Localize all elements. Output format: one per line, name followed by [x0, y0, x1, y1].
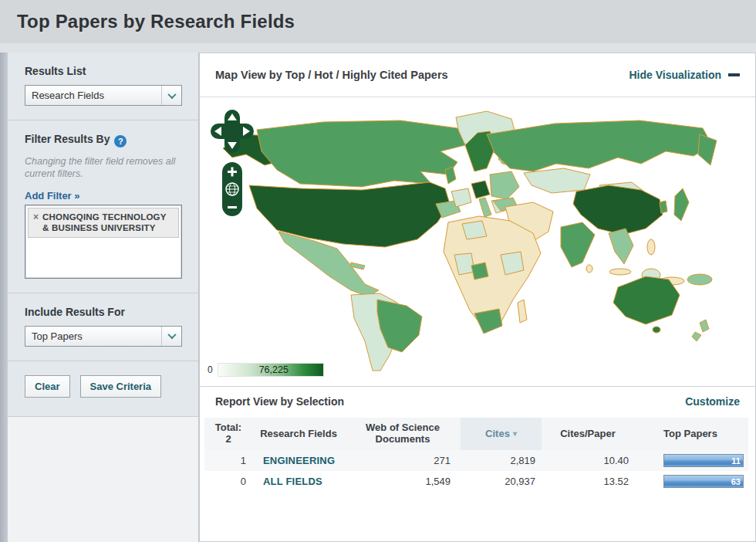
sidebar: Results List Research Fields Filter Resu… [8, 53, 199, 542]
sidebar-buttons-section: Clear Save Criteria [8, 361, 198, 417]
sort-descending-icon: ▾ [513, 429, 517, 439]
table-row: 0 ALL FIELDS 1,549 20,937 13.52 63 [204, 471, 748, 492]
customize-link[interactable]: Customize [685, 395, 740, 408]
filter-tag[interactable]: × CHONGQING TECHNOLOGY & BUSINESS UNIVER… [28, 208, 179, 239]
column-header-top-papers: Top Papers [634, 425, 747, 443]
hide-visualization-link[interactable]: Hide Visualization [629, 69, 740, 81]
add-filter-link[interactable]: Add Filter » [25, 190, 80, 202]
sidebar-filler [8, 417, 198, 542]
map-region: 0 76,225 [200, 97, 755, 386]
filter-tag-label: CHONGQING TECHNOLOGY & BUSINESS UNIVERSI… [42, 212, 174, 234]
country-uk [445, 167, 456, 184]
legend-min-value: 0 [208, 364, 213, 375]
top-papers-value: 63 [731, 477, 743, 486]
report-view-header: Report View by Selection Customize [200, 386, 755, 416]
top-papers-bar: 11 [663, 454, 744, 467]
column-header-research-fields: Research Fields [252, 425, 345, 443]
include-results-selected-value: Top Papers [25, 330, 161, 342]
minus-icon [728, 73, 740, 76]
map-controls [211, 110, 257, 216]
main-panel: Map View by Top / Hot / Highly Cited Pap… [199, 53, 756, 542]
table-row: 1 ENGINEERING 271 2,819 10.40 11 [204, 450, 748, 471]
column-header-wos-documents: Web of Science Documents [345, 419, 461, 449]
clear-button[interactable]: Clear [25, 375, 70, 398]
total-label: Total: [206, 422, 251, 434]
island-new-guinea [687, 274, 712, 285]
country-new-zealand-south [692, 332, 701, 341]
world-map[interactable] [200, 100, 749, 372]
row-rank: 1 [204, 455, 252, 466]
help-icon[interactable]: ? [114, 135, 127, 147]
left-edge-strip [0, 53, 8, 542]
top-papers-bar: 63 [663, 475, 744, 488]
country-usa [249, 182, 450, 247]
cites-value: 20,937 [461, 476, 542, 487]
results-list-section: Results List Research Fields [8, 53, 198, 120]
results-list-select[interactable]: Research Fields [25, 85, 182, 106]
content-area: Results List Research Fields Filter Resu… [0, 53, 756, 542]
cites-per-paper-value: 10.40 [542, 455, 634, 466]
total-value: 2 [206, 434, 251, 445]
include-results-select[interactable]: Top Papers [25, 326, 182, 347]
include-results-section: Include Results For Top Papers [8, 293, 198, 361]
report-table: Total: 2 Research Fields Web of Science … [204, 418, 748, 492]
zoom-control[interactable] [222, 162, 242, 216]
region-eastern-europe [490, 171, 519, 199]
country-philippines [647, 239, 655, 255]
report-table-header: Total: 2 Research Fields Web of Science … [204, 418, 748, 450]
cites-per-paper-value: 13.52 [542, 476, 634, 487]
wos-documents-value: 271 [345, 455, 461, 466]
filter-heading-label: Filter Results By [25, 133, 110, 145]
region-indochina [609, 229, 633, 264]
report-view-title: Report View by Selection [215, 395, 344, 408]
filter-heading: Filter Results By? [25, 133, 183, 147]
pan-control[interactable] [211, 110, 254, 153]
field-link-engineering[interactable]: ENGINEERING [263, 455, 335, 466]
country-new-zealand [700, 320, 709, 332]
row-rank: 0 [204, 476, 252, 487]
column-header-cites[interactable]: Cites ▾ [461, 418, 542, 450]
country-kazakhstan [524, 168, 590, 193]
country-russia [487, 120, 712, 171]
top-papers-value: 11 [731, 456, 743, 466]
country-south-africa [474, 309, 502, 334]
map-view-header: Map View by Top / Hot / Highly Cited Pap… [200, 53, 755, 97]
page-title: Top Papers by Research Fields [17, 11, 295, 32]
remove-filter-icon[interactable]: × [33, 212, 39, 222]
country-australia [613, 276, 680, 324]
filter-section: Filter Results By? Changing the filter f… [8, 120, 198, 293]
map-view-title: Map View by Top / Hot / Highly Cited Pap… [215, 69, 448, 81]
filter-note: Changing the filter field removes all cu… [25, 155, 183, 181]
country-japan [674, 188, 689, 221]
wos-documents-value: 1,549 [345, 476, 461, 487]
region-russia-far-east [698, 134, 717, 165]
legend-gradient-bar: 76,225 [218, 363, 324, 377]
results-list-selected-value: Research Fields [25, 90, 161, 101]
region-east-africa [501, 252, 524, 275]
island-tasmania [653, 327, 660, 333]
chevron-down-icon[interactable] [161, 327, 181, 346]
country-india [561, 222, 595, 267]
results-list-heading: Results List [25, 65, 183, 77]
country-nigeria [471, 263, 488, 279]
region-north-africa [462, 221, 487, 239]
save-criteria-button[interactable]: Save Criteria [80, 375, 162, 398]
cites-label: Cites [485, 429, 510, 440]
country-sri-lanka [586, 265, 592, 273]
country-germany [471, 181, 490, 198]
country-madagascar [518, 300, 527, 323]
selected-filters-box[interactable]: × CHONGQING TECHNOLOGY & BUSINESS UNIVER… [25, 205, 182, 279]
legend-max-value: 76,225 [259, 364, 289, 375]
country-canada [257, 120, 465, 187]
island-sumatra [609, 269, 631, 275]
hide-visualization-label: Hide Visualization [629, 69, 721, 81]
include-results-heading: Include Results For [25, 306, 183, 318]
zoom-out-icon [228, 206, 237, 208]
map-legend: 0 76,225 [208, 363, 324, 377]
page-header-band: Top Papers by Research Fields [0, 0, 756, 43]
field-link-all-fields[interactable]: ALL FIELDS [263, 476, 322, 487]
country-italy [479, 198, 491, 217]
column-header-cites-per-paper: Cites/Paper [542, 425, 634, 443]
chevron-down-icon[interactable] [161, 86, 181, 105]
total-header: Total: 2 [204, 419, 252, 449]
